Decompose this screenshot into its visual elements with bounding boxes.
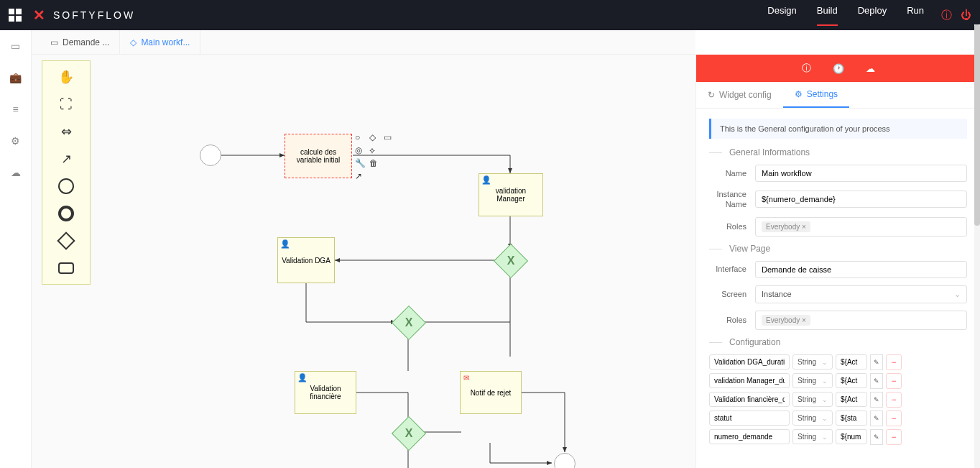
- mail-icon: ✉: [463, 374, 469, 382]
- input-interface[interactable]: [755, 261, 967, 278]
- config-row: String⌄✎−: [709, 373, 967, 389]
- tab-label: Demande ...: [63, 37, 109, 47]
- cfg-name-input[interactable]: [709, 410, 790, 426]
- ctx-connect-icon[interactable]: ↗: [355, 171, 366, 181]
- input-instance[interactable]: [755, 191, 967, 208]
- user-icon: 👤: [481, 175, 491, 185]
- power-icon[interactable]: ⏻: [961, 9, 971, 22]
- cfg-value-input[interactable]: [836, 429, 867, 444]
- config-row: String⌄✎−: [709, 392, 967, 408]
- task-validation-manager[interactable]: 👤 validation Manager: [479, 173, 543, 216]
- cfg-type-select[interactable]: String⌄: [792, 392, 833, 407]
- start-event[interactable]: [200, 144, 221, 166]
- code-icon[interactable]: ⚙: [11, 135, 20, 147]
- nav-design[interactable]: Design: [767, 5, 796, 26]
- database-icon[interactable]: ≡: [12, 104, 18, 115]
- panel-info-icon[interactable]: ⓘ: [802, 62, 811, 75]
- cfg-edit-button[interactable]: ✎: [870, 410, 883, 426]
- task-label: Validation financière: [298, 385, 353, 400]
- cfg-value-input[interactable]: [836, 392, 867, 407]
- input-roles-view[interactable]: Everybody ×: [755, 311, 967, 330]
- task-calcule-initial[interactable]: calcule des variable initial: [285, 134, 352, 178]
- ctx-wrench-icon[interactable]: 🔧: [355, 158, 366, 168]
- bpmn-canvas[interactable]: calcule des variable initial ○ ◇ ▭ ◎ ⟡ 🔧…: [91, 55, 695, 468]
- hand-tool[interactable]: ✋: [57, 68, 75, 86]
- cfg-value-input[interactable]: [836, 410, 867, 426]
- nav-run[interactable]: Run: [907, 5, 924, 26]
- task-label: calcule des variable initial: [288, 148, 348, 164]
- crop-icon[interactable]: ▭: [11, 40, 20, 52]
- bpmn-palette: ✋ ⛶ ⇔ ↗: [42, 60, 91, 285]
- panel-body: This is the General configuration of you…: [696, 109, 980, 468]
- ctx-gateway-icon[interactable]: ◇: [369, 132, 381, 142]
- info-icon[interactable]: ⓘ: [941, 9, 952, 22]
- start-event-tool[interactable]: [57, 178, 75, 195]
- ctx-task-icon[interactable]: ▭: [384, 132, 395, 142]
- cfg-name-input[interactable]: [709, 429, 790, 444]
- cfg-type-select[interactable]: String⌄: [792, 354, 833, 370]
- header-right-icons: ⓘ ⏻: [941, 9, 971, 22]
- cfg-edit-button[interactable]: ✎: [870, 373, 883, 389]
- nav-build[interactable]: Build: [817, 5, 838, 26]
- lasso-tool[interactable]: ⛶: [57, 96, 75, 113]
- label-roles: Roles: [709, 221, 755, 231]
- cfg-edit-button[interactable]: ✎: [870, 429, 883, 445]
- label-screen: Screen: [709, 289, 755, 299]
- task-tool[interactable]: [57, 260, 75, 277]
- end-event-tool[interactable]: [57, 205, 75, 222]
- main-nav: Design Build Deploy Run: [767, 5, 924, 26]
- chevron-down-icon: ⌄: [954, 290, 961, 299]
- tab-widget-config[interactable]: ↻ Widget config: [696, 82, 783, 108]
- cfg-type-select[interactable]: String⌄: [792, 410, 833, 426]
- ctx-start-icon[interactable]: ○: [355, 132, 366, 142]
- config-row: String⌄✎−: [709, 410, 967, 426]
- cfg-type-select[interactable]: String⌄: [792, 429, 833, 444]
- cfg-delete-button[interactable]: −: [886, 410, 902, 426]
- task-validation-financiere[interactable]: 👤 Validation financière: [295, 371, 356, 414]
- label-interface: Interface: [709, 264, 755, 274]
- cfg-name-input[interactable]: [709, 392, 790, 407]
- label-instance: Instance Name: [709, 189, 755, 210]
- user-icon: 👤: [297, 373, 308, 382]
- panel-cloud-icon[interactable]: ☁: [866, 63, 875, 74]
- cfg-edit-button[interactable]: ✎: [870, 354, 883, 370]
- cfg-value-input[interactable]: [836, 373, 867, 388]
- ctx-trash-icon[interactable]: 🗑: [369, 158, 381, 168]
- cfg-edit-button[interactable]: ✎: [870, 392, 883, 408]
- nav-deploy[interactable]: Deploy: [858, 5, 887, 26]
- connect-tool[interactable]: ↗: [57, 150, 75, 168]
- user-icon: 👤: [280, 239, 290, 249]
- cfg-type-select[interactable]: String⌄: [792, 373, 833, 388]
- gateway-tool[interactable]: [57, 232, 75, 249]
- cfg-delete-button[interactable]: −: [886, 429, 902, 445]
- cfg-value-input[interactable]: [836, 354, 867, 370]
- config-row: String⌄✎−: [709, 354, 967, 370]
- panel-header: ⓘ 🕐 ☁: [696, 55, 980, 82]
- tab-settings[interactable]: ⚙ Settings: [783, 82, 849, 108]
- cfg-delete-button[interactable]: −: [886, 373, 902, 389]
- config-table: String⌄✎−String⌄✎−String⌄✎−String⌄✎−Stri…: [709, 354, 967, 445]
- apps-grid-icon[interactable]: [9, 9, 22, 22]
- cfg-delete-button[interactable]: −: [886, 392, 902, 408]
- select-screen[interactable]: Instance ⌄: [755, 285, 967, 303]
- input-name[interactable]: [755, 165, 967, 182]
- ctx-end-icon[interactable]: ◎: [355, 145, 366, 155]
- cfg-delete-button[interactable]: −: [886, 354, 902, 370]
- task-validation-dga[interactable]: 👤 Validation DGA: [277, 237, 335, 283]
- panel-scrollbar[interactable]: [974, 55, 980, 468]
- task-notif-rejet[interactable]: ✉ Notif de rejet: [460, 371, 522, 414]
- gear-icon: ⚙: [795, 89, 803, 99]
- cfg-name-input[interactable]: [709, 373, 790, 388]
- tab-demande[interactable]: ▭ Demande ...: [40, 30, 120, 54]
- main-area: ▭ Demande ... ◇ Main workf... ✋ ⛶ ⇔ ↗: [32, 30, 695, 468]
- space-tool[interactable]: ⇔: [57, 123, 75, 140]
- scrollbar-thumb[interactable]: [974, 55, 980, 226]
- tab-main-workflow[interactable]: ◇ Main workf...: [120, 30, 200, 54]
- input-roles[interactable]: Everybody ×: [755, 217, 967, 237]
- ctx-annotation-icon[interactable]: ⟡: [369, 145, 381, 155]
- briefcase-icon[interactable]: 💼: [9, 72, 22, 83]
- cfg-name-input[interactable]: [709, 354, 790, 370]
- task-label: validation Manager: [482, 187, 540, 203]
- panel-history-icon[interactable]: 🕐: [833, 63, 844, 74]
- inbox-icon[interactable]: ☁: [11, 167, 21, 178]
